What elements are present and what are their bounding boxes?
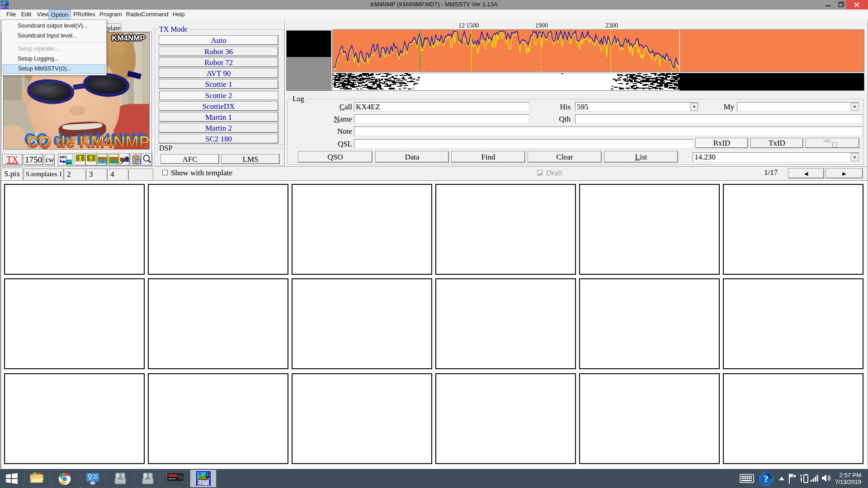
svg-text:SSTV: SSTV — [198, 481, 209, 486]
svg-text:ABC: ABC — [59, 155, 67, 159]
svg-text:CQ de KM4NMP: CQ de KM4NMP — [27, 133, 150, 150]
svg-text:SSTV: SSTV — [1, 5, 9, 9]
svg-text:?: ? — [764, 474, 769, 484]
